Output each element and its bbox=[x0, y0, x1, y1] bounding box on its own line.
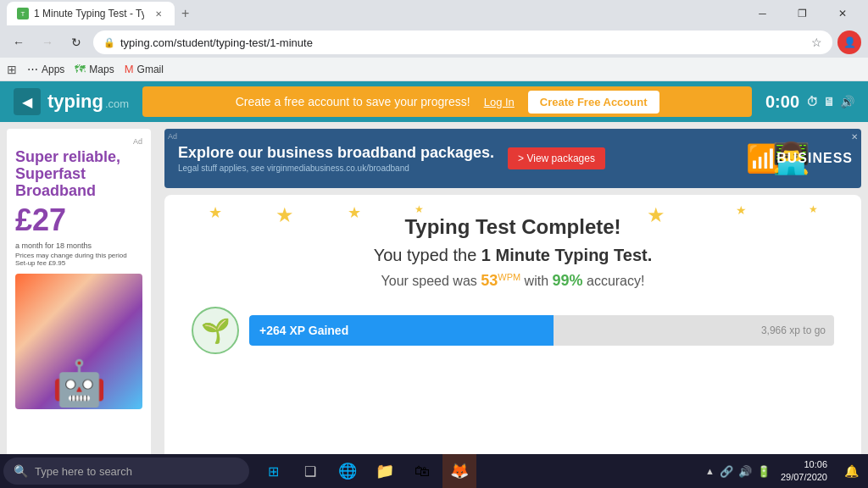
banner-ad-headline: Explore our business broadband packages. bbox=[178, 144, 494, 162]
microsoft-store-icon[interactable]: 🛍 bbox=[405, 454, 439, 488]
bookmark-star-icon[interactable]: ☆ bbox=[811, 36, 822, 49]
title-bar: T 1 Minute Typing Test - Typing.c... ✕ +… bbox=[0, 0, 868, 27]
new-tab-button[interactable]: + bbox=[175, 6, 196, 21]
left-advertisement: Ad Super reliable, Superfast Broadband £… bbox=[7, 129, 151, 481]
logo-typing: typing bbox=[47, 91, 103, 113]
notification-center-button[interactable]: 🔔 bbox=[837, 454, 865, 488]
ad-headline: Super reliable, Superfast Broadband bbox=[15, 149, 142, 199]
clock-date: 29/07/2020 bbox=[781, 471, 827, 484]
subtitle-bold: 1 Minute Typing Test. bbox=[481, 246, 652, 264]
tab-close-btn[interactable]: ✕ bbox=[153, 8, 164, 19]
volume-icon: 🔊 bbox=[840, 95, 854, 108]
minimize-button[interactable]: ─ bbox=[743, 2, 782, 25]
logo-area: typing .com bbox=[47, 91, 129, 113]
view-packages-button[interactable]: > View packages bbox=[508, 147, 605, 169]
xp-bar-fill: +264 XP Gained bbox=[249, 315, 554, 346]
create-account-button[interactable]: Create Free Account bbox=[528, 91, 659, 114]
battery-icon[interactable]: 🔋 bbox=[757, 465, 771, 478]
banner-ad-close-icon[interactable]: ✕ bbox=[851, 132, 858, 141]
firefox-icon[interactable]: 🦊 bbox=[442, 454, 476, 488]
refresh-button[interactable]: ↻ bbox=[64, 30, 88, 54]
taskbar-search-box[interactable]: 🔍 Type here to search bbox=[3, 458, 249, 485]
speed-number: 53 bbox=[481, 272, 498, 289]
file-explorer-icon[interactable]: 📁 bbox=[368, 454, 402, 488]
xp-gained-label: +264 XP Gained bbox=[259, 324, 348, 337]
user-avatar: 🌱 bbox=[192, 307, 239, 354]
bookmark-apps[interactable]: ⋯ Apps bbox=[27, 63, 64, 75]
speed-mid: with bbox=[520, 274, 552, 288]
gmail-icon: M bbox=[125, 63, 134, 75]
xp-row: 🌱 +264 XP Gained 3,966 xp to go bbox=[192, 307, 834, 354]
taskbar-system-tray: ▲ 🔗 🔊 🔋 10:06 29/07/2020 🔔 bbox=[705, 454, 865, 488]
active-tab[interactable]: T 1 Minute Typing Test - Typing.c... ✕ bbox=[7, 2, 175, 25]
ad-line1: Super reliable, bbox=[15, 148, 120, 165]
banner-text: Create a free account to save your progr… bbox=[236, 95, 470, 108]
gmail-label: Gmail bbox=[137, 64, 164, 75]
tab-favicon: T bbox=[17, 8, 29, 19]
main-content: Ad Super reliable, Superfast Broadband £… bbox=[0, 122, 868, 488]
browser-chrome: T 1 Minute Typing Test - Typing.c... ✕ +… bbox=[0, 0, 868, 81]
xp-bar-outer: +264 XP Gained 3,966 xp to go bbox=[249, 315, 834, 346]
maps-label: Maps bbox=[89, 64, 114, 75]
network-icon[interactable]: 🔗 bbox=[720, 465, 733, 478]
bookmarks-bar: ⊞ ⋯ Apps 🗺 Maps M Gmail bbox=[0, 58, 868, 81]
task-view-icon[interactable]: ❑ bbox=[293, 454, 327, 488]
center-area: Explore our business broadband packages.… bbox=[158, 122, 868, 488]
history-icon: ⏱ bbox=[806, 95, 818, 108]
apps-icon: ⋯ bbox=[27, 63, 38, 75]
ad-price-value: £27 bbox=[15, 202, 66, 237]
maximize-button[interactable]: ❐ bbox=[783, 2, 821, 25]
subtitle-prefix: You typed the bbox=[374, 246, 481, 264]
maps-icon: 🗺 bbox=[75, 63, 86, 75]
promo-banner: Create a free account to save your progr… bbox=[142, 86, 752, 117]
ad-line2: Superfast bbox=[15, 165, 86, 182]
windows-taskbar: 🔍 Type here to search ⊞ ❑ 🌐 📁 🛍 🦊 ▲ 🔗 🔊 … bbox=[0, 454, 868, 488]
taskbar-search-placeholder: Type here to search bbox=[35, 465, 132, 478]
lock-icon: 🔒 bbox=[103, 37, 115, 48]
tab-title: 1 Minute Typing Test - Typing.c... bbox=[34, 8, 144, 19]
apps-label: Apps bbox=[42, 64, 64, 75]
url-bar[interactable]: 🔒 typing.com/student/typing-test/1-minut… bbox=[93, 30, 832, 54]
login-link[interactable]: Log In bbox=[484, 96, 515, 108]
result-speed-line: Your speed was 53WPM with 99% accuracy! bbox=[192, 272, 834, 290]
banner-ad-label: Ad bbox=[168, 132, 177, 141]
url-text: typing.com/student/typing-test/1-minute bbox=[120, 36, 313, 49]
close-button[interactable]: ✕ bbox=[823, 2, 861, 25]
up-arrow-icon[interactable]: ▲ bbox=[705, 466, 715, 476]
windows-start-icon[interactable]: ⊞ bbox=[256, 454, 290, 488]
system-icons: ▲ 🔗 🔊 🔋 bbox=[705, 465, 771, 478]
banner-ad-sub: Legal stuff applies, see virginmediabusi… bbox=[178, 164, 494, 173]
ad-image: 🤖 bbox=[15, 274, 142, 409]
result-subtitle: You typed the 1 Minute Typing Test. bbox=[192, 246, 834, 265]
bookmark-maps[interactable]: 🗺 Maps bbox=[75, 63, 114, 75]
volume-tray-icon[interactable]: 🔊 bbox=[738, 465, 752, 478]
window-controls: ─ ❐ ✕ bbox=[743, 2, 861, 25]
top-banner-advertisement: Explore our business broadband packages.… bbox=[164, 129, 861, 188]
logo-dotcom: .com bbox=[105, 97, 129, 110]
result-title: Typing Test Complete! bbox=[192, 215, 834, 239]
speed-suffix: accuracy! bbox=[583, 274, 645, 288]
screen-icon: 🖥 bbox=[823, 95, 835, 108]
accuracy-number: 99% bbox=[553, 272, 583, 289]
back-nav-button[interactable]: ← bbox=[7, 30, 31, 54]
clock-time: 10:06 bbox=[781, 458, 827, 471]
forward-nav-button[interactable]: → bbox=[36, 30, 59, 54]
banner-ad-text: Explore our business broadband packages.… bbox=[178, 144, 494, 173]
edge-browser-icon[interactable]: 🌐 bbox=[331, 454, 364, 488]
profile-avatar[interactable]: 👤 bbox=[837, 30, 861, 54]
timer-display: 0:00 bbox=[765, 92, 799, 112]
ad-price-sub: a month for 18 months bbox=[15, 241, 142, 250]
speed-prefix: Your speed was bbox=[381, 274, 481, 288]
ad-price-note: Prices may change during this periodSet-… bbox=[15, 252, 142, 267]
page: ◀ typing .com Create a free account to s… bbox=[0, 81, 868, 488]
result-card: ★ ★ ★ ★ ★ ★ ★ Typing Test Complete! You … bbox=[164, 195, 861, 481]
system-clock: 10:06 29/07/2020 bbox=[774, 458, 834, 485]
timer-icons: ⏱ 🖥 🔊 bbox=[806, 95, 854, 108]
site-navbar: ◀ typing .com Create a free account to s… bbox=[0, 81, 868, 122]
taskbar-pinned-icons: ⊞ ❑ 🌐 📁 🛍 🦊 bbox=[256, 454, 476, 488]
ad-line3: Broadband bbox=[15, 182, 96, 199]
nav-back-button[interactable]: ◀ bbox=[14, 88, 41, 115]
bookmark-gmail[interactable]: M Gmail bbox=[125, 63, 164, 75]
ad-label: Ad bbox=[15, 137, 142, 146]
taskbar-search-icon: 🔍 bbox=[14, 464, 28, 478]
